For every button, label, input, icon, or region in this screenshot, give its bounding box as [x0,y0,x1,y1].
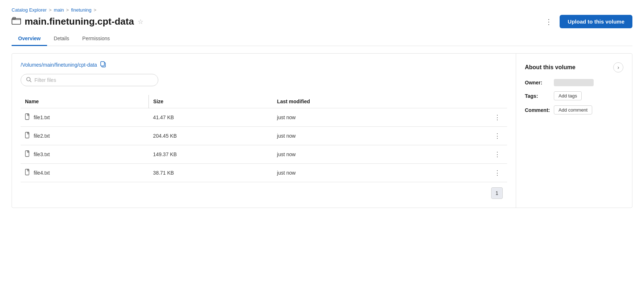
breadcrumb-sep-2: > [66,7,69,13]
tab-permissions[interactable]: Permissions [76,32,116,46]
file-name-cell-3: file4.txt [21,164,149,182]
breadcrumb-sep-1: > [49,7,52,13]
star-icon[interactable]: ☆ [138,18,143,26]
page-title: main.finetuning.cpt-data [25,16,134,27]
file-action-cell-3: ⋮ [432,164,507,182]
upload-button[interactable]: Upload to this volume [560,15,632,28]
main-layout: /Volumes/main/finetuning/cpt-data [12,53,632,208]
row-kebab-button-3[interactable]: ⋮ [492,168,503,178]
breadcrumb-sep-3: > [94,7,97,13]
file-name-3: file4.txt [34,170,50,176]
row-kebab-button-2[interactable]: ⋮ [492,150,503,159]
file-name-0: file1.txt [34,114,50,120]
file-action-cell-1: ⋮ [432,127,507,145]
file-action-cell-0: ⋮ [432,108,507,127]
owner-label: Owner: [525,80,550,85]
header-kebab-button[interactable]: ⋮ [542,16,555,28]
table-row: file2.txt 204.45 KB just now ⋮ [21,127,507,145]
comment-label: Comment: [525,107,550,113]
file-name-cell-2: file3.txt [21,145,149,164]
tags-row: Tags: Add tags [525,91,623,100]
file-name-1: file2.txt [34,133,50,139]
col-actions [432,95,507,108]
file-icon-1 [25,132,31,140]
page-1-button[interactable]: 1 [491,187,503,199]
breadcrumb-finetuning[interactable]: finetuning [71,7,91,13]
tabs: Overview Details Permissions [12,32,632,46]
add-tags-button[interactable]: Add tags [554,91,582,100]
file-icon-2 [25,150,31,158]
table-row: file1.txt 41.47 KB just now ⋮ [21,108,507,127]
file-modified-0: just now [273,108,432,127]
table-row: file4.txt 38.71 KB just now ⋮ [21,164,507,182]
row-kebab-button-0[interactable]: ⋮ [492,113,503,122]
svg-rect-3 [101,62,104,66]
col-last-modified: Last modified [273,95,432,108]
about-header: About this volume › [525,62,623,72]
tags-label: Tags: [525,93,550,99]
search-icon [26,77,32,83]
filter-row [21,74,507,86]
file-modified-2: just now [273,145,432,164]
header-actions: ⋮ Upload to this volume [542,15,632,28]
col-name: Name [21,95,149,108]
header-row: main.finetuning.cpt-data ☆ ⋮ Upload to t… [12,15,632,28]
file-size-1: 204.45 KB [149,127,273,145]
filter-input-wrap [21,74,158,86]
comment-row: Comment: Add comment [525,105,623,114]
breadcrumb-catalog-explorer[interactable]: Catalog Explorer [12,7,47,13]
breadcrumb-main[interactable]: main [54,7,64,13]
volume-path: /Volumes/main/finetuning/cpt-data [21,62,97,68]
volume-path-row: /Volumes/main/finetuning/cpt-data [21,61,507,69]
file-modified-1: just now [273,127,432,145]
title-area: main.finetuning.cpt-data ☆ [12,16,143,27]
page-container: Catalog Explorer > main > finetuning > m… [0,0,644,292]
file-name-cell-1: file2.txt [21,127,149,145]
owner-value-placeholder [554,79,594,86]
row-kebab-button-1[interactable]: ⋮ [492,131,503,141]
file-size-2: 149.37 KB [149,145,273,164]
tab-details[interactable]: Details [47,32,76,46]
left-panel: /Volumes/main/finetuning/cpt-data [12,54,516,208]
file-icon-3 [25,169,31,177]
owner-row: Owner: [525,79,623,86]
right-panel: About this volume › Owner: Tags: Add tag… [516,54,632,208]
file-size-0: 41.47 KB [149,108,273,127]
svg-rect-1 [13,17,16,19]
volume-icon [12,17,21,27]
file-action-cell-2: ⋮ [432,145,507,164]
col-size: Size [149,95,273,108]
svg-line-5 [30,81,32,82]
expand-button[interactable]: › [613,62,623,72]
file-name-2: file3.txt [34,151,50,157]
table-row: file3.txt 149.37 KB just now ⋮ [21,145,507,164]
pagination-row: 1 [21,182,507,200]
file-table: Name Size Last modified [21,95,507,182]
add-comment-button[interactable]: Add comment [554,105,592,114]
breadcrumb: Catalog Explorer > main > finetuning > [12,7,632,13]
chevron-right-icon: › [618,64,619,70]
file-modified-3: just now [273,164,432,182]
file-name-cell-0: file1.txt [21,108,149,127]
file-size-3: 38.71 KB [149,164,273,182]
tab-overview[interactable]: Overview [12,32,47,46]
file-icon-0 [25,113,31,121]
about-title: About this volume [525,64,576,71]
copy-icon[interactable] [100,61,106,69]
filter-input[interactable] [34,77,153,83]
